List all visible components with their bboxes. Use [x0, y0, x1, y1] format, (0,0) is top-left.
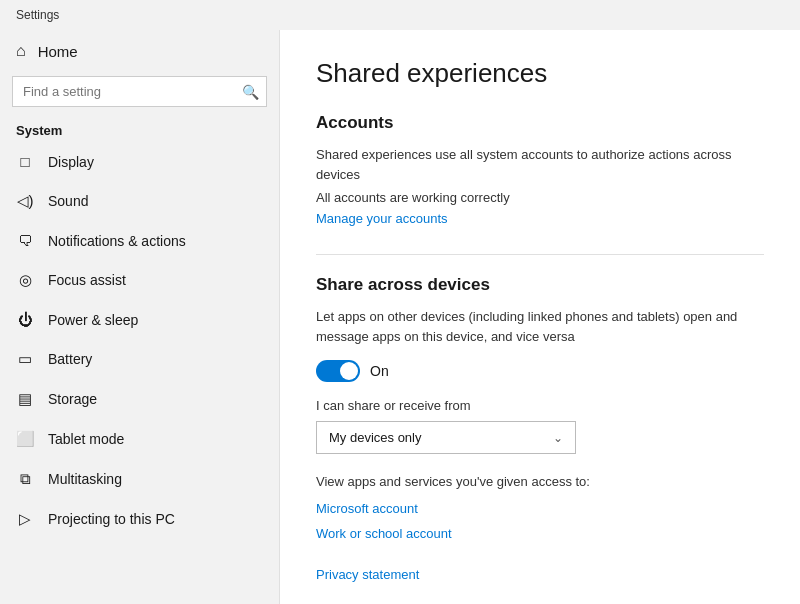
privacy-statement-link[interactable]: Privacy statement — [316, 567, 419, 582]
accounts-title: Accounts — [316, 113, 764, 133]
sidebar-section-label: System — [0, 115, 279, 142]
sidebar-item-label: Tablet mode — [48, 431, 124, 447]
accounts-section: Accounts Shared experiences use all syst… — [316, 113, 764, 250]
share-toggle[interactable] — [316, 360, 360, 382]
multitasking-icon: ⧉ — [16, 470, 34, 488]
focus-icon: ◎ — [16, 271, 34, 289]
power-icon: ⏻ — [16, 311, 34, 328]
share-section: Share across devices Let apps on other d… — [316, 275, 764, 583]
section-divider — [316, 254, 764, 255]
sidebar-item-focus[interactable]: ◎ Focus assist — [0, 260, 279, 300]
dropdown-container: My devices only ⌄ — [316, 421, 764, 454]
dropdown-value: My devices only — [329, 430, 421, 445]
sidebar-item-label: Notifications & actions — [48, 233, 186, 249]
manage-accounts-link[interactable]: Manage your accounts — [316, 211, 448, 226]
sound-icon: ◁) — [16, 192, 34, 210]
search-input[interactable] — [12, 76, 267, 107]
microsoft-account-link[interactable]: Microsoft account — [316, 501, 764, 516]
school-account-link[interactable]: Work or school account — [316, 526, 764, 541]
sidebar-item-battery[interactable]: ▭ Battery — [0, 339, 279, 379]
share-title: Share across devices — [316, 275, 764, 295]
search-box: 🔍 — [12, 76, 267, 107]
toggle-knob — [340, 362, 358, 380]
title-bar: Settings — [0, 0, 800, 30]
sidebar-item-label: Display — [48, 154, 94, 170]
sidebar-item-label: Storage — [48, 391, 97, 407]
sidebar-item-label: Focus assist — [48, 272, 126, 288]
main-layout: ⌂ Home 🔍 System □ Display ◁) Sound 🗨 Not… — [0, 30, 800, 604]
devices-dropdown[interactable]: My devices only ⌄ — [316, 421, 576, 454]
display-icon: □ — [16, 153, 34, 170]
accounts-description: Shared experiences use all system accoun… — [316, 145, 764, 184]
sidebar-item-multitasking[interactable]: ⧉ Multitasking — [0, 459, 279, 499]
app-title: Settings — [16, 8, 59, 22]
sidebar-item-label: Multitasking — [48, 471, 122, 487]
accounts-status: All accounts are working correctly — [316, 190, 764, 205]
tablet-icon: ⬜ — [16, 430, 34, 448]
home-label: Home — [38, 43, 78, 60]
chevron-down-icon: ⌄ — [553, 431, 563, 445]
toggle-label: On — [370, 363, 389, 379]
share-description: Let apps on other devices (including lin… — [316, 307, 764, 346]
projecting-icon: ▷ — [16, 510, 34, 528]
sidebar-item-tablet[interactable]: ⬜ Tablet mode — [0, 419, 279, 459]
page-title: Shared experiences — [316, 58, 764, 89]
storage-icon: ▤ — [16, 390, 34, 408]
search-icon: 🔍 — [242, 84, 259, 100]
sidebar-item-storage[interactable]: ▤ Storage — [0, 379, 279, 419]
toggle-row: On — [316, 360, 764, 382]
sidebar-item-label: Projecting to this PC — [48, 511, 175, 527]
home-icon: ⌂ — [16, 42, 26, 60]
access-label: View apps and services you've given acce… — [316, 474, 764, 489]
main-content: Shared experiences Accounts Shared exper… — [280, 30, 800, 604]
sidebar-item-projecting[interactable]: ▷ Projecting to this PC — [0, 499, 279, 539]
sidebar: ⌂ Home 🔍 System □ Display ◁) Sound 🗨 Not… — [0, 30, 280, 604]
sidebar-item-display[interactable]: □ Display — [0, 142, 279, 181]
sidebar-item-home[interactable]: ⌂ Home — [0, 30, 279, 72]
sidebar-item-sound[interactable]: ◁) Sound — [0, 181, 279, 221]
battery-icon: ▭ — [16, 350, 34, 368]
sidebar-item-power[interactable]: ⏻ Power & sleep — [0, 300, 279, 339]
sidebar-item-label: Sound — [48, 193, 88, 209]
sidebar-item-label: Power & sleep — [48, 312, 138, 328]
share-from-label: I can share or receive from — [316, 398, 764, 413]
sidebar-item-notifications[interactable]: 🗨 Notifications & actions — [0, 221, 279, 260]
notifications-icon: 🗨 — [16, 232, 34, 249]
sidebar-item-label: Battery — [48, 351, 92, 367]
